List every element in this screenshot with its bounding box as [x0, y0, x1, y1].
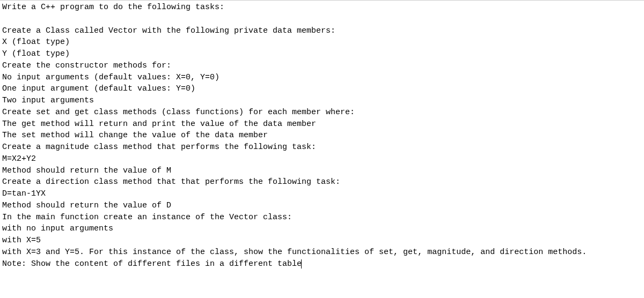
document-line: M=X2+Y2	[2, 153, 642, 165]
document-line: with X=3 and Y=5. For this instance of t…	[2, 247, 642, 258]
document-line: Create a direction class method that tha…	[2, 176, 642, 188]
text-caret	[301, 259, 302, 269]
document-line: Method should return the value of D	[2, 200, 642, 212]
document-line: The get method will return and print the…	[2, 118, 642, 130]
document-line: with no input arguments	[2, 223, 642, 235]
document-line: Create a magnitude class method that per…	[2, 141, 642, 153]
document-line: The set method will change the value of …	[2, 130, 642, 141]
document-text-area[interactable]: Write a C++ program to do the following …	[2, 2, 642, 270]
document-line: No input arguments (default values: X=0,…	[2, 72, 642, 84]
document-line: D=tan-1YX	[2, 188, 642, 200]
document-line: In the main function create an instance …	[2, 212, 642, 224]
document-line: Write a C++ program to do the following …	[2, 2, 642, 13]
document-line: Create set and get class methods (class …	[2, 107, 642, 118]
document-line	[2, 13, 642, 25]
document-line: X (float type)	[2, 36, 642, 48]
document-line: Create the constructor methods for:	[2, 60, 642, 72]
document-line: with X=5	[2, 235, 642, 247]
document-line: Note: Show the content of different file…	[2, 258, 642, 270]
document-line: Y (float type)	[2, 48, 642, 60]
document-line: One input argument (default values: Y=0)	[2, 83, 642, 95]
document-line: Create a Class called Vector with the fo…	[2, 25, 642, 37]
document-line: Two input arguments	[2, 95, 642, 107]
document-line: Method should return the value of M	[2, 165, 642, 177]
